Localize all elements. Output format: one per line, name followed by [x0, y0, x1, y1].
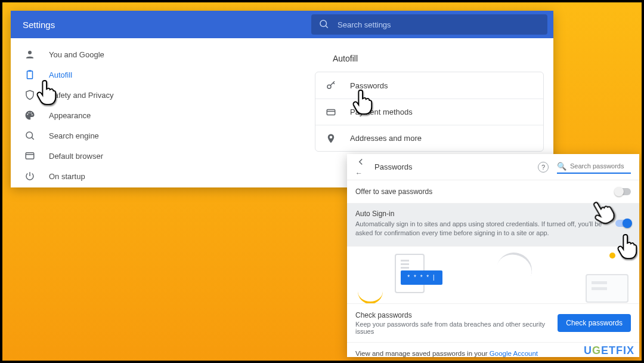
- card-icon: [325, 107, 337, 118]
- check-passwords-button[interactable]: Check passwords: [558, 314, 631, 332]
- passwords-page: ← Passwords ? 🔍 Search passwords Offer t…: [347, 154, 639, 357]
- sidebar-item-appearance[interactable]: Appearance: [11, 105, 315, 125]
- passwords-title: Passwords: [374, 162, 413, 171]
- settings-header: Settings Search settings: [11, 11, 553, 38]
- sidebar-item-label: Safety and Privacy: [49, 91, 113, 100]
- search-icon: 🔍: [557, 162, 566, 171]
- svg-line-8: [32, 137, 33, 139]
- auto-signin-desc: Automatically sign in to sites and apps …: [355, 220, 609, 238]
- search-icon: [318, 19, 329, 31]
- check-passwords-desc: Keep your passwords safe from data breac…: [355, 321, 558, 335]
- clipboard-icon: [24, 69, 36, 81]
- check-passwords-label: Check passwords: [355, 311, 558, 319]
- row-label: Passwords: [350, 81, 388, 90]
- svg-line-1: [326, 26, 327, 27]
- sidebar-item-label: Autofill: [49, 70, 72, 79]
- sidebar-item-label: Default browser: [49, 152, 103, 161]
- passwords-search[interactable]: 🔍 Search passwords: [557, 161, 631, 174]
- pin-icon: [325, 133, 337, 144]
- svg-point-11: [327, 85, 331, 88]
- sidebar-item-label: On startup: [49, 172, 85, 181]
- section-title: Autofill: [333, 54, 544, 63]
- footer-text: View and manage saved passwords in your: [355, 350, 490, 357]
- sidebar-item-label: You and Google: [49, 50, 104, 59]
- sidebar-item-autofill[interactable]: Autofill: [11, 64, 315, 85]
- offer-save-toggle[interactable]: [615, 188, 631, 195]
- svg-point-5: [30, 112, 32, 113]
- svg-point-3: [27, 114, 28, 115]
- autofill-card: Passwords Payment methods Addresses and …: [315, 72, 544, 152]
- row-label: Addresses and more: [350, 134, 422, 143]
- passwords-header: ← Passwords ? 🔍 Search passwords: [347, 154, 639, 180]
- svg-point-7: [26, 132, 33, 139]
- svg-point-4: [29, 112, 30, 113]
- svg-rect-9: [26, 153, 34, 159]
- sidebar-item-on-startup[interactable]: On startup: [11, 166, 315, 186]
- passwords-illustration: * * * * |: [347, 247, 639, 304]
- sidebar-item-label: Appearance: [49, 111, 91, 120]
- passwords-search-placeholder: Search passwords: [570, 162, 624, 170]
- palette-icon: [24, 109, 36, 121]
- search-icon: [24, 130, 36, 141]
- settings-search[interactable]: Search settings: [311, 14, 547, 35]
- svg-rect-12: [327, 109, 335, 115]
- row-passwords[interactable]: Passwords: [315, 72, 543, 99]
- settings-title: Settings: [23, 20, 55, 30]
- sidebar-item-label: Search engine: [49, 131, 99, 140]
- svg-point-2: [28, 51, 32, 54]
- row-addresses[interactable]: Addresses and more: [315, 125, 543, 151]
- back-arrow-icon[interactable]: ←: [355, 156, 366, 177]
- row-payment-methods[interactable]: Payment methods: [315, 99, 543, 125]
- sidebar-item-search-engine[interactable]: Search engine: [11, 125, 315, 146]
- auto-signin-label: Auto Sign-in: [355, 210, 609, 218]
- shield-icon: [24, 89, 36, 101]
- person-icon: [24, 48, 36, 60]
- check-passwords-row: Check passwords Keep your passwords safe…: [347, 304, 639, 343]
- settings-search-placeholder: Search settings: [338, 20, 391, 29]
- sidebar-item-default-browser[interactable]: Default browser: [11, 146, 315, 166]
- auto-signin-toggle[interactable]: [615, 220, 631, 227]
- key-icon: [325, 80, 337, 91]
- google-account-link[interactable]: Google Account: [490, 350, 538, 357]
- row-label: Payment methods: [350, 107, 413, 116]
- settings-sidebar: You and Google Autofill Safety and Priva…: [11, 38, 315, 187]
- sidebar-item-safety-privacy[interactable]: Safety and Privacy: [11, 85, 315, 105]
- svg-point-0: [320, 20, 327, 27]
- watermark: UGETFIX: [584, 344, 634, 357]
- svg-point-6: [32, 114, 33, 115]
- offer-save-label: Offer to save passwords: [355, 187, 609, 196]
- browser-icon: [24, 150, 36, 162]
- sidebar-item-you-and-google[interactable]: You and Google: [11, 44, 315, 64]
- power-icon: [24, 170, 36, 182]
- offer-save-row: Offer to save passwords: [347, 180, 639, 204]
- password-chip: * * * * |: [401, 270, 442, 285]
- auto-signin-row: Auto Sign-in Automatically sign in to si…: [347, 204, 639, 247]
- help-icon[interactable]: ?: [538, 162, 549, 173]
